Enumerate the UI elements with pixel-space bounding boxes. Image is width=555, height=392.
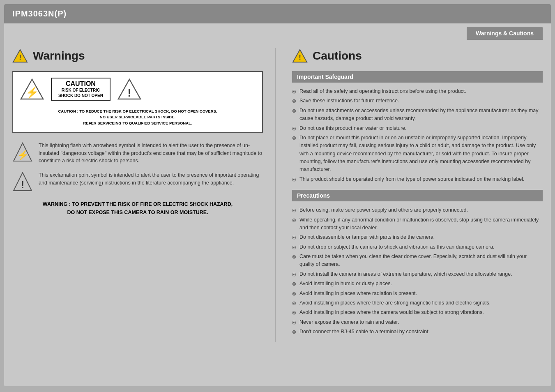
precautions-header: Precautions bbox=[292, 190, 543, 201]
lightning-triangle-icon: ⚡ bbox=[20, 78, 44, 100]
header-bar: IPM3063N(P) bbox=[4, 4, 551, 23]
safeguard-list: Read all of the safety and operating ins… bbox=[292, 88, 543, 183]
main-content: ! Warnings ⚡ CAUTION RISK OF ELECTRIC SH… bbox=[4, 40, 551, 350]
warnings-triangle-icon: ! bbox=[12, 48, 28, 64]
list-item: Avoid installing in places where there a… bbox=[292, 299, 543, 307]
warnings-column: ! Warnings ⚡ CAUTION RISK OF ELECTRIC SH… bbox=[12, 48, 276, 342]
caution-box: ⚡ CAUTION RISK OF ELECTRIC SHOCK DO NOT … bbox=[12, 71, 263, 133]
cautions-triangle-icon: ! bbox=[292, 48, 308, 64]
list-item: This product should be operated only fro… bbox=[292, 175, 543, 183]
svg-text:⚡: ⚡ bbox=[17, 150, 29, 161]
list-item: Do not use attachments or accessories un… bbox=[292, 107, 543, 123]
warnings-header: ! Warnings bbox=[12, 48, 263, 64]
page-title: IPM3063N(P) bbox=[12, 9, 67, 18]
list-item: Avoid installing in places where radiati… bbox=[292, 290, 543, 297]
list-item: Do not place or mount this product in or… bbox=[292, 134, 543, 174]
important-safeguard-header: Important Safeguard bbox=[292, 71, 543, 83]
page-container: IPM3063N(P) Warnings & Cautions ! Warnin… bbox=[4, 4, 551, 386]
svg-text:!: ! bbox=[299, 54, 301, 62]
exclamation-symbol-icon: ! bbox=[12, 171, 33, 192]
list-item: Never expose the camera to rain and wate… bbox=[292, 318, 543, 326]
lightning-explanation-text: This lightning flash with arrowhead symb… bbox=[39, 142, 263, 165]
tab-warnings-cautions[interactable]: Warnings & Cautions bbox=[467, 27, 543, 40]
list-item: Do not disassemble or tamper with parts … bbox=[292, 233, 543, 241]
list-item: Avoid installing in places where the cam… bbox=[292, 309, 543, 316]
svg-text:⚡: ⚡ bbox=[25, 86, 39, 99]
caution-title: CAUTION RISK OF ELECTRIC SHOCK DO NOT OP… bbox=[51, 78, 111, 101]
cautions-column: ! Cautions Important Safeguard Read all … bbox=[288, 48, 543, 342]
list-item: Care must be taken when you clean the cl… bbox=[292, 253, 543, 269]
list-item: Do not use this product near water or mo… bbox=[292, 125, 543, 132]
list-item: Read all of the safety and operating ins… bbox=[292, 88, 543, 95]
list-item: Do not install the camera in areas of ex… bbox=[292, 270, 543, 278]
list-item: Don't connect the RJ-45 cable to a termi… bbox=[292, 328, 543, 336]
precautions-list: Before using, make sure power supply and… bbox=[292, 206, 543, 336]
svg-text:!: ! bbox=[19, 54, 21, 62]
list-item: Avoid installing in humid or dusty place… bbox=[292, 280, 543, 288]
exclamation-explanation-text: This exclamation point symbol is intende… bbox=[39, 171, 263, 187]
tab-bar: Warnings & Cautions bbox=[4, 23, 551, 40]
caution-footer: CAUTION : TO REDUCE THE RISK OF ELECTRIC… bbox=[20, 105, 256, 126]
svg-text:!: ! bbox=[127, 86, 131, 99]
caution-subtitle: RISK OF ELECTRIC SHOCK DO NOT OPEN bbox=[58, 88, 103, 98]
cautions-header: ! Cautions bbox=[292, 48, 543, 64]
list-item: Do not drop or subject the camera to sho… bbox=[292, 243, 543, 251]
exclamation-triangle-small-icon: ! bbox=[117, 78, 142, 100]
cautions-title: Cautions bbox=[313, 49, 362, 62]
svg-text:!: ! bbox=[21, 179, 24, 190]
list-item: Save these instructions for future refer… bbox=[292, 97, 543, 105]
lightning-symbol-icon: ⚡ bbox=[12, 142, 33, 162]
exclamation-explanation-row: ! This exclamation point symbol is inten… bbox=[12, 171, 263, 192]
list-item: While operating, if any abnormal conditi… bbox=[292, 216, 543, 232]
warnings-title: Warnings bbox=[33, 49, 85, 62]
caution-inner: ⚡ CAUTION RISK OF ELECTRIC SHOCK DO NOT … bbox=[20, 78, 256, 101]
warning-note: WARNING : TO PREVENT THE RISK OF FIRE OR… bbox=[12, 200, 263, 217]
list-item: Before using, make sure power supply and… bbox=[292, 206, 543, 214]
lightning-explanation-row: ⚡ This lightning flash with arrowhead sy… bbox=[12, 142, 263, 165]
